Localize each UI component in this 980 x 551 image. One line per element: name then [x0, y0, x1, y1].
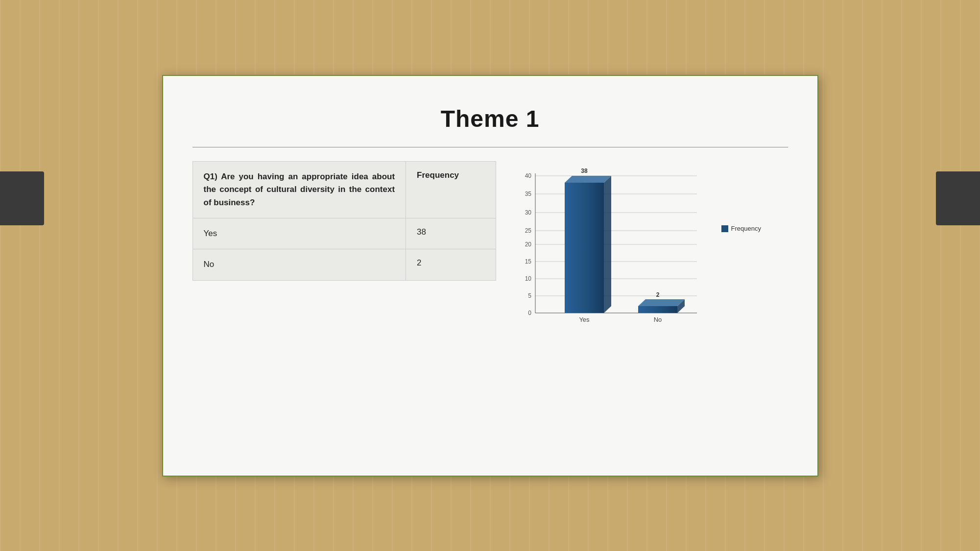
chart-container: 40 35 30 25 20 15	[511, 166, 717, 333]
data-table: Q1) Are you having an appropriate idea a…	[192, 161, 496, 281]
svg-marker-20	[565, 176, 611, 183]
no-value-cell: 2	[406, 249, 496, 280]
question-cell: Q1) Are you having an appropriate idea a…	[192, 162, 406, 218]
legend-item-frequency: Frequency	[721, 225, 761, 232]
svg-text:30: 30	[525, 209, 531, 216]
frequency-label: Frequency	[417, 170, 459, 180]
no-label: No	[204, 260, 215, 269]
svg-text:5: 5	[528, 292, 531, 299]
svg-text:35: 35	[525, 191, 531, 197]
side-panel-left	[0, 171, 44, 225]
svg-text:0: 0	[528, 310, 531, 316]
slide-title: Theme 1	[192, 105, 788, 132]
yes-label: Yes	[204, 229, 217, 238]
yes-value: 38	[417, 227, 426, 237]
svg-marker-24	[638, 299, 685, 306]
table-row-yes: Yes 38	[192, 218, 496, 249]
question-text: Q1) Are you having an appropriate idea a…	[204, 172, 395, 207]
chart-legend: Frequency	[721, 166, 761, 232]
svg-text:Yes: Yes	[579, 316, 590, 323]
chart-wrapper: 40 35 30 25 20 15	[511, 161, 788, 333]
table-row-no: No 2	[192, 249, 496, 280]
svg-text:2: 2	[656, 291, 659, 298]
content-area: Q1) Are you having an appropriate idea a…	[192, 161, 788, 333]
svg-text:15: 15	[525, 258, 531, 265]
svg-text:20: 20	[525, 241, 531, 248]
side-panel-right	[936, 171, 980, 225]
svg-marker-19	[604, 176, 611, 313]
svg-rect-21	[565, 183, 604, 313]
divider	[192, 147, 788, 148]
svg-text:40: 40	[525, 172, 531, 179]
yes-label-cell: Yes	[192, 218, 406, 249]
legend-label: Frequency	[731, 225, 761, 232]
no-label-cell: No	[192, 249, 406, 280]
svg-text:No: No	[653, 316, 662, 323]
svg-rect-25	[638, 306, 677, 313]
table-header-row: Q1) Are you having an appropriate idea a…	[192, 162, 496, 218]
slide: Theme 1 Q1) Are you having an appropriat…	[162, 75, 818, 477]
svg-text:38: 38	[581, 168, 588, 174]
bar-chart-svg: 40 35 30 25 20 15	[511, 166, 717, 333]
legend-color-box	[721, 225, 728, 232]
svg-text:10: 10	[525, 275, 531, 282]
frequency-header-cell: Frequency	[406, 162, 496, 218]
yes-value-cell: 38	[406, 218, 496, 249]
svg-text:25: 25	[525, 227, 531, 234]
no-value: 2	[417, 258, 421, 267]
